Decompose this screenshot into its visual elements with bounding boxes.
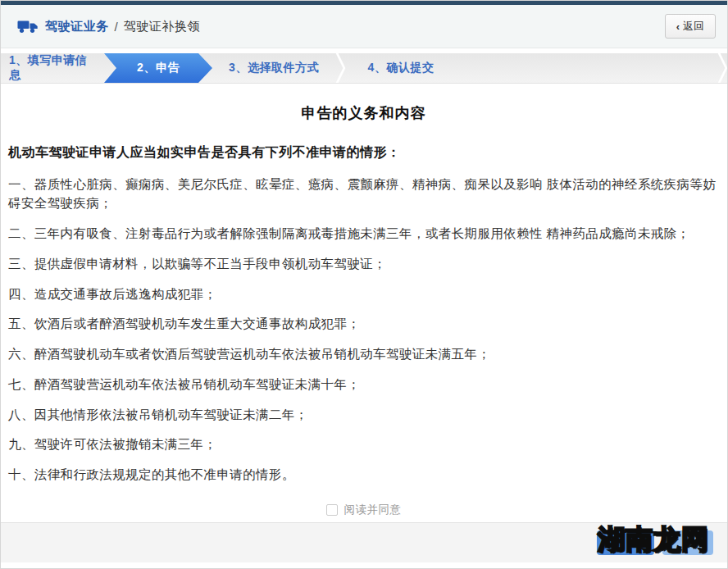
declaration-item-2: 二、三年内有吸食、注射毒品行为或者解除强制隔离戒毒措施未满三年，或者长期服用依赖…: [8, 224, 719, 243]
footer-action-bar: [1, 522, 727, 562]
page-title: 申告的义务和内容: [8, 103, 719, 123]
secondary-action-button[interactable]: [662, 530, 713, 555]
back-chevron-icon: ‹: [676, 20, 680, 33]
step-1-fill-application[interactable]: 1、填写申请信息: [1, 53, 106, 83]
declaration-item-4: 四、造成交通事故后逃逸构成犯罪；: [8, 284, 719, 303]
declaration-item-10: 十、法律和行政法规规定的其他不准申请的情形。: [8, 465, 719, 484]
step-2-declaration-active[interactable]: 2、申告: [104, 53, 212, 83]
step-4-confirm-submit[interactable]: 4、确认提交: [345, 53, 450, 83]
declaration-item-9: 九、驾驶许可依法被撤销未满三年；: [8, 435, 719, 453]
breadcrumb-secondary: 驾驶证补换领: [124, 19, 200, 34]
declaration-item-3: 三、提供虚假申请材料，以欺骗等不正当手段申领机动车驾驶证；: [8, 254, 719, 273]
declaration-item-1: 一、器质性心脏病、癫痫病、美尼尔氏症、眩晕症、癔病、震颤麻痹、精神病、痴呆以及影…: [8, 175, 719, 213]
steps-filler: [450, 53, 727, 83]
step-separator-icon: [714, 53, 727, 83]
breadcrumb-separator: /: [115, 20, 118, 34]
declaration-item-7: 七、醉酒驾驶营运机动车依法被吊销机动车驾驶证未满十年；: [8, 375, 719, 394]
declaration-item-6: 六、醉酒驾驶机动车或者饮酒后驾驶营运机动车依法被吊销机动车驾驶证未满五年；: [8, 344, 719, 363]
truck-icon: [17, 19, 39, 34]
page: 驾驶证业务 / 驾驶证补换领 ‹ 返回 1、填写申请信息 2、申告 3、选择取件…: [0, 0, 728, 569]
declaration-item-5: 五、饮酒后或者醉酒驾驶机动车发生重大交通事故构成犯罪；: [8, 314, 719, 333]
declaration-intro: 机动车驾驶证申请人应当如实申告是否具有下列不准申请的情形：: [8, 144, 719, 162]
header: 驾驶证业务 / 驾驶证补换领 ‹ 返回: [1, 5, 727, 48]
primary-action-button[interactable]: [597, 530, 654, 555]
step-indicator: 1、填写申请信息 2、申告 3、选择取件方式 4、确认提交: [1, 53, 727, 84]
declaration-content: 申告的义务和内容 机动车驾驶证申请人应当如实申告是否具有下列不准申请的情形： 一…: [1, 84, 727, 517]
step-separator-icon: [332, 53, 345, 83]
breadcrumb-primary[interactable]: 驾驶证业务: [45, 19, 109, 34]
breadcrumb: 驾驶证业务 / 驾驶证补换领: [17, 19, 200, 34]
back-button[interactable]: ‹ 返回: [665, 14, 716, 39]
step-3-pickup-method[interactable]: 3、选择取件方式: [209, 53, 332, 83]
back-button-label: 返回: [683, 19, 704, 34]
agree-label[interactable]: 阅读并同意: [344, 503, 402, 517]
agree-checkbox[interactable]: [326, 504, 338, 516]
agreement-row: 阅读并同意: [8, 503, 719, 517]
declaration-item-8: 八、因其他情形依法被吊销机动车驾驶证未满二年；: [8, 405, 719, 424]
